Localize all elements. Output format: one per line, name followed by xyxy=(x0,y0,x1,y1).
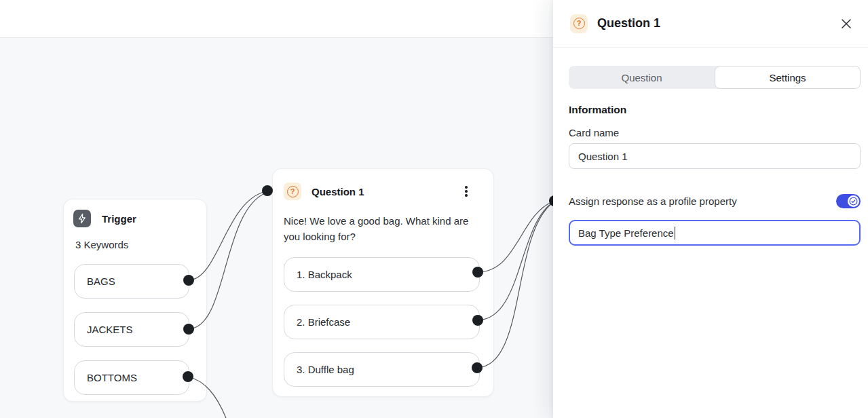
assign-profile-property-label: Assign response as a profile property xyxy=(569,195,737,207)
port-question-input[interactable] xyxy=(262,185,273,196)
option-pill-briefcase[interactable]: 2. Briefcase xyxy=(284,305,480,339)
close-icon[interactable] xyxy=(838,16,854,32)
card-name-input[interactable] xyxy=(569,143,861,169)
port-keyword-jackets[interactable] xyxy=(183,324,194,335)
keyword-pill-jackets[interactable]: JACKETS xyxy=(74,312,189,347)
text-caret xyxy=(675,227,676,240)
trigger-node[interactable]: Trigger 3 Keywords BAGS JACKETS BOTTOMS xyxy=(63,199,207,402)
profile-property-input[interactable]: Bag Type Preference xyxy=(569,220,861,246)
trigger-node-title: Trigger xyxy=(102,213,136,225)
question-node-header: ? Question 1 xyxy=(284,183,483,200)
port-option-briefcase[interactable] xyxy=(472,315,483,326)
tab-settings[interactable]: Settings xyxy=(715,66,861,89)
panel-header: ? Question 1 xyxy=(553,0,868,48)
top-bar xyxy=(0,0,553,38)
help-circle-icon: ? xyxy=(284,183,301,200)
tab-question[interactable]: Question xyxy=(569,66,715,89)
information-heading: Information xyxy=(569,104,861,116)
trigger-keyword-count: 3 Keywords xyxy=(75,239,197,250)
port-option-backpack[interactable] xyxy=(472,267,483,278)
port-keyword-bags[interactable] xyxy=(183,275,194,286)
option-pill-backpack[interactable]: 1. Backpack xyxy=(284,257,480,292)
panel-tabs: Question Settings xyxy=(569,66,861,89)
keyword-pill-bags[interactable]: BAGS xyxy=(74,264,189,299)
check-circle-icon xyxy=(848,195,859,207)
question-node[interactable]: ? Question 1 Nice! We love a good bag. W… xyxy=(272,168,494,397)
port-option-duffle[interactable] xyxy=(472,362,483,373)
question-text: Nice! We love a good bag. What kind are … xyxy=(284,213,487,244)
question-settings-panel: ? Question 1 Question Settings Informati… xyxy=(553,0,868,418)
card-name-label: Card name xyxy=(569,127,861,138)
panel-title: Question 1 xyxy=(597,16,838,31)
keyword-pill-bottoms[interactable]: BOTTOMS xyxy=(74,360,189,395)
help-circle-icon: ? xyxy=(570,14,588,33)
node-menu-kebab-icon[interactable] xyxy=(459,183,473,200)
port-keyword-bottoms[interactable] xyxy=(183,371,193,382)
lightning-bolt-icon xyxy=(73,210,91,227)
option-pill-duffle-bag[interactable]: 3. Duffle bag xyxy=(284,352,480,387)
assign-profile-property-toggle[interactable] xyxy=(836,194,861,208)
trigger-node-header: Trigger xyxy=(73,210,197,227)
profile-property-value: Bag Type Preference xyxy=(578,227,674,239)
question-node-title: Question 1 xyxy=(312,186,364,197)
